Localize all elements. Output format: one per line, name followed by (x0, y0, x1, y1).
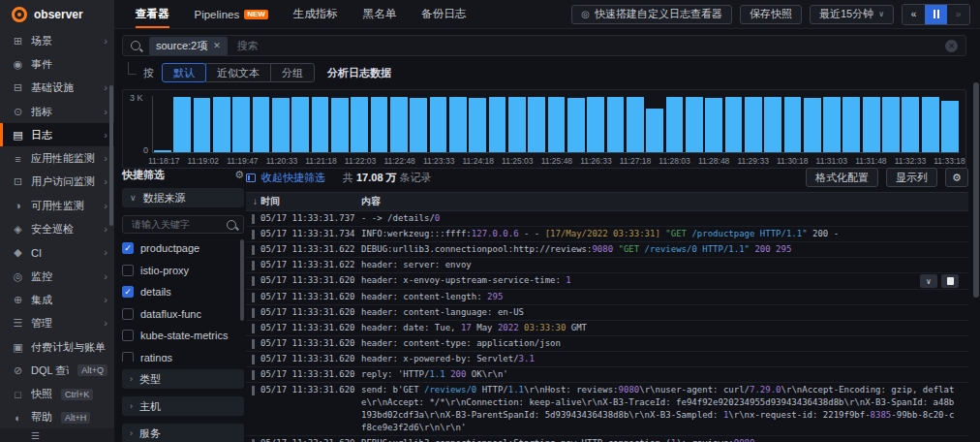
tab-pipelines[interactable]: PipelinesNEW (195, 0, 268, 28)
histogram-bar[interactable] (764, 97, 781, 152)
log-row[interactable]: 05/17 11:33:31.734INFO:werkzeug:::ffff:1… (246, 227, 968, 242)
histogram-bar[interactable] (823, 97, 841, 152)
histogram-bar[interactable] (253, 97, 270, 152)
histogram-bar[interactable] (922, 97, 939, 152)
sidebar-item-monitor[interactable]: ◎监控› (0, 265, 114, 288)
histogram-bar[interactable] (607, 97, 625, 152)
histogram-bar[interactable] (194, 98, 211, 152)
histogram-bar[interactable] (725, 97, 743, 152)
expand-row-button[interactable]: ∨ (920, 274, 937, 288)
sidebar-item-ci[interactable]: ◆CI› (0, 241, 114, 265)
filter-section-service[interactable]: ›服务 (122, 424, 244, 442)
checkbox-checked[interactable]: ✓ (122, 242, 134, 254)
histogram-bar[interactable] (331, 98, 349, 152)
checkbox-checked[interactable]: ✓ (122, 286, 134, 298)
keyword-search-input[interactable] (130, 218, 227, 231)
pause-button[interactable] (925, 5, 947, 24)
histogram-bar[interactable] (390, 97, 408, 152)
source-list-scrollbar[interactable] (240, 239, 244, 321)
sidebar-item-availability[interactable]: ◑可用性监测› (0, 194, 114, 217)
search-bar[interactable]: source:2项 ✕ 搜索 ✕ (122, 35, 966, 56)
source-filter-item[interactable]: ratings (122, 347, 244, 363)
quick-build-button[interactable]: ◎ 快速搭建自定义日志查看器 (571, 5, 732, 24)
histogram-bar[interactable] (902, 97, 919, 152)
format-config-button[interactable]: 格式化配置 (806, 168, 878, 187)
display-columns-button[interactable]: 显示列 (886, 168, 937, 187)
histogram-bar[interactable] (686, 97, 703, 152)
histogram-bar[interactable] (941, 101, 959, 152)
clear-search-button[interactable]: ✕ (945, 40, 958, 52)
mode-group[interactable]: 分组 (270, 63, 315, 82)
histogram-bar[interactable] (842, 97, 860, 152)
histogram-bar[interactable] (272, 98, 290, 152)
copy-button[interactable] (941, 274, 959, 288)
table-settings-gear-icon[interactable]: ⚙ (945, 168, 968, 187)
checkbox-unchecked[interactable] (122, 265, 134, 276)
mode-fuzzy-text[interactable]: 近似文本 (205, 63, 271, 82)
histogram-bar[interactable] (312, 97, 329, 152)
log-row[interactable]: 05/17 11:33:31.620header: content-type: … (246, 336, 968, 352)
log-row[interactable]: 05/17 11:33:31.620header: x-powered-by: … (246, 352, 968, 367)
page-scrollbar[interactable] (973, 82, 979, 298)
filter-section-host[interactable]: ›主机 (122, 396, 244, 416)
histogram-bar[interactable] (666, 97, 684, 152)
log-row[interactable]: 05/17 11:33:31.620header: x-envoy-upstre… (246, 273, 968, 290)
histogram-bar[interactable] (213, 97, 230, 152)
source-filter-item[interactable]: dataflux-func (122, 303, 244, 326)
sidebar-item-integration[interactable]: ⊕集成› (0, 288, 114, 311)
tab-backup-logs[interactable]: 备份日志 (421, 0, 466, 28)
log-row[interactable]: 05/17 11:33:31.622header: server: envoy (246, 258, 968, 273)
tab-generate-metrics[interactable]: 生成指标 (293, 0, 338, 28)
sidebar-item-events[interactable]: ◉事件 (0, 52, 114, 76)
sidebar-item-snapshot[interactable]: □快照Ctrl+K (0, 382, 114, 405)
content-column-header[interactable]: 内容 (361, 195, 968, 208)
histogram-bar[interactable] (351, 97, 368, 152)
histogram-bar[interactable] (784, 97, 802, 152)
filter-section-source[interactable]: ∨ 数据来源 (122, 188, 244, 207)
log-row[interactable]: 05/17 11:33:31.620reply: 'HTTP/1.1 200 O… (246, 367, 968, 383)
histogram-bar[interactable] (528, 97, 545, 152)
histogram-bar[interactable] (587, 97, 604, 152)
sidebar-item-help[interactable]: ◐帮助Alt+H (0, 406, 114, 429)
search-filter-tag[interactable]: source:2项 ✕ (149, 37, 228, 55)
histogram-bar[interactable] (863, 97, 880, 152)
log-row[interactable]: 05/17 11:33:31.620DEBUG:urllib3.connecti… (246, 436, 968, 442)
histogram-bar[interactable] (173, 97, 191, 152)
source-filter-item[interactable]: ✓productpage (122, 237, 244, 260)
histogram-bar[interactable] (627, 97, 644, 152)
histogram-bar[interactable] (646, 109, 663, 152)
remove-tag-icon[interactable]: ✕ (213, 41, 221, 50)
checkbox-unchecked[interactable] (122, 330, 134, 341)
tab-viewer[interactable]: 查看器 (136, 0, 169, 28)
sidebar-item-security[interactable]: ◈安全巡检› (0, 217, 114, 240)
histogram-bar[interactable] (567, 98, 585, 152)
histogram-bar[interactable] (430, 97, 447, 152)
sidebar-item-manage[interactable]: ☰管理› (0, 312, 114, 335)
histogram-bar[interactable] (154, 150, 171, 152)
time-range-dropdown[interactable]: 最近15分钟 ∨ (810, 5, 894, 24)
histogram-bar[interactable] (489, 97, 506, 152)
histogram-bar[interactable] (449, 97, 467, 152)
source-filter-item[interactable]: kube-state-metrics (122, 325, 244, 347)
sidebar-item-logs[interactable]: ▤日志› (0, 123, 114, 146)
log-row[interactable]: 05/17 11:33:31.620header: date: Tue, 17 … (246, 321, 968, 336)
log-row[interactable]: 05/17 11:33:31.620header: content-langua… (246, 305, 968, 321)
histogram-bar[interactable] (371, 97, 388, 152)
sidebar-collapse-button[interactable]: ☰ (0, 428, 114, 442)
checkbox-unchecked[interactable] (122, 352, 134, 362)
histogram-bar[interactable] (291, 97, 309, 152)
sidebar-item-infrastructure[interactable]: ⊟基础设施› (0, 77, 114, 100)
log-row[interactable]: 05/17 11:33:31.620header: content-length… (246, 290, 968, 305)
histogram-bar[interactable] (705, 98, 722, 152)
app-logo[interactable]: observer (0, 0, 114, 29)
log-row[interactable]: 05/17 11:33:31.620send: b'GET /reviews/0… (246, 383, 968, 436)
log-row[interactable]: 05/17 11:33:31.622DEBUG:urllib3.connecti… (246, 242, 968, 258)
rewind-button[interactable]: « (903, 5, 925, 24)
histogram-bar[interactable] (548, 97, 566, 152)
save-snapshot-button[interactable]: 保存快照 (740, 5, 802, 24)
forward-button[interactable]: » (947, 5, 969, 24)
sidebar-item-scene[interactable]: ⊞场景› (0, 29, 114, 52)
histogram-bar[interactable] (410, 98, 427, 152)
sidebar-scrollbar[interactable] (109, 85, 113, 226)
time-column-header[interactable]: ↓时间 (246, 195, 361, 208)
